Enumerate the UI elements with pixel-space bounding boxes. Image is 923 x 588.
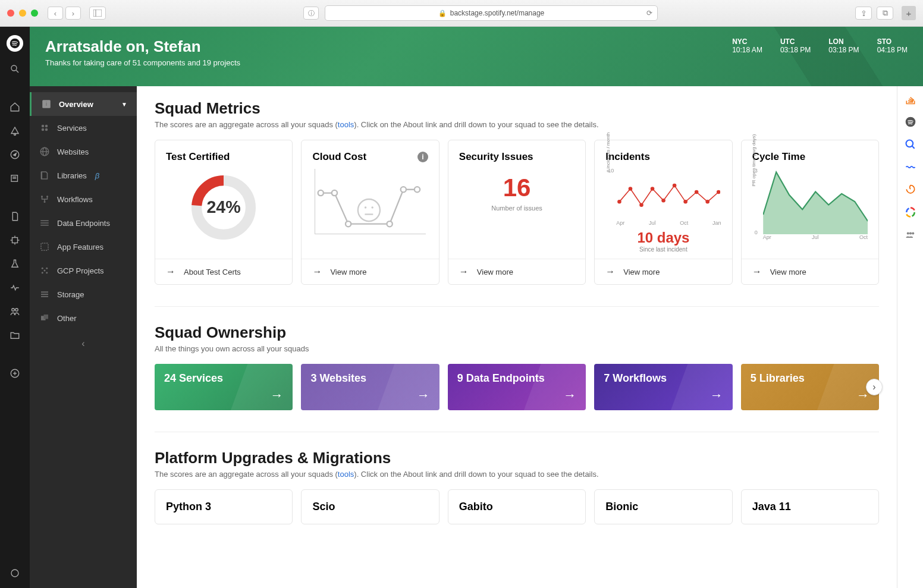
- nav-label: App Features: [57, 243, 103, 251]
- svg-text:i: i: [46, 101, 48, 107]
- sidenav-item-services[interactable]: Services: [30, 116, 137, 140]
- info-icon[interactable]: i: [417, 152, 428, 162]
- card-footer-link[interactable]: →View more: [742, 259, 878, 284]
- card-footer-link[interactable]: →About Test Certs: [155, 259, 292, 284]
- nav-icon: [39, 122, 50, 133]
- cost-chart: [315, 169, 425, 234]
- url-bar[interactable]: 🔒 backstage.spotify.net/manage ⟳: [325, 5, 658, 21]
- tools-link[interactable]: tools: [338, 120, 354, 129]
- section-title-migrations: Platform Upgrades & Migrations: [155, 449, 879, 467]
- ownership-card[interactable]: 5 Libraries→: [741, 364, 879, 410]
- heart-icon[interactable]: [8, 281, 21, 294]
- maximize-window-icon[interactable]: [31, 10, 38, 17]
- sidenav-item-gcp-projects[interactable]: GCP Projects: [30, 259, 137, 282]
- clock: NYC10:18 AM: [732, 37, 762, 76]
- arrow-right-icon: →: [270, 388, 283, 403]
- ownership-card[interactable]: 7 Workflows→: [594, 364, 732, 410]
- ownership-card[interactable]: 9 Data Endpoints→: [448, 364, 586, 410]
- sidenav-item-websites[interactable]: Websites: [30, 140, 137, 163]
- sidenav-item-app-features[interactable]: App Features: [30, 235, 137, 259]
- tabs-button[interactable]: ⧉: [877, 7, 893, 20]
- traffic-lights[interactable]: [7, 10, 38, 17]
- flask-icon[interactable]: [8, 257, 21, 271]
- ownership-card[interactable]: 24 Services→: [155, 364, 293, 410]
- section-title-metrics: Squad Metrics: [155, 99, 879, 118]
- svg-point-27: [45, 128, 48, 131]
- svg-point-65: [662, 199, 666, 203]
- folder-icon[interactable]: [8, 329, 21, 342]
- news-icon[interactable]: [8, 172, 21, 185]
- sidebar-toggle-icon[interactable]: [89, 7, 106, 20]
- ownership-card[interactable]: 3 Websites→: [301, 364, 439, 410]
- clock: STO04:18 PM: [877, 37, 908, 76]
- sidenav-item-storage[interactable]: Storage: [30, 282, 137, 306]
- reader-button[interactable]: ⓘ: [303, 7, 319, 20]
- grafana-icon[interactable]: [903, 183, 918, 197]
- document-icon[interactable]: [8, 210, 21, 223]
- card-footer-link[interactable]: →View more: [448, 259, 585, 284]
- new-tab-button[interactable]: +: [902, 6, 916, 20]
- sidenav-item-libraries[interactable]: Librariesβ: [30, 163, 137, 187]
- svg-point-57: [358, 199, 380, 221]
- svg-rect-10: [12, 238, 18, 243]
- svg-line-4: [16, 70, 18, 73]
- triangle-icon[interactable]: [8, 124, 21, 137]
- spotify-logo-icon[interactable]: [7, 35, 23, 52]
- migration-title: Gabito: [459, 501, 574, 513]
- svg-line-21: [13, 571, 17, 575]
- scroll-next-button[interactable]: ›: [866, 379, 883, 395]
- nav-icon: [39, 218, 50, 228]
- page-header: Arratsalde on, Stefan Thanks for taking …: [30, 27, 923, 86]
- migration-card[interactable]: Python 3: [155, 489, 293, 524]
- back-button[interactable]: ‹: [48, 7, 63, 20]
- sidenav-item-other[interactable]: Other: [30, 306, 137, 330]
- migration-card[interactable]: Scio: [301, 489, 439, 524]
- card-footer-link[interactable]: →View more: [302, 259, 438, 284]
- spotify-icon[interactable]: [903, 115, 918, 129]
- nav-label: Overview: [59, 100, 93, 109]
- donut-chart: 24%: [188, 172, 259, 243]
- migration-card[interactable]: Gabito: [448, 489, 586, 524]
- close-window-icon[interactable]: [7, 10, 14, 17]
- migration-title: Scio: [312, 501, 428, 513]
- search-icon[interactable]: [8, 62, 21, 76]
- svg-point-74: [906, 232, 909, 234]
- circle-icon[interactable]: [903, 205, 918, 219]
- people-icon[interactable]: [8, 305, 21, 318]
- wave-icon[interactable]: [903, 160, 918, 174]
- compass-icon[interactable]: [8, 148, 21, 161]
- sidenav-item-overview[interactable]: iOverview▼: [30, 92, 137, 116]
- migration-card[interactable]: Java 11: [741, 489, 879, 524]
- svg-point-59: [372, 206, 373, 208]
- share-button[interactable]: ⇪: [855, 7, 872, 20]
- search-tool-icon[interactable]: [903, 137, 918, 152]
- ownership-label: 7 Workflows: [604, 372, 723, 385]
- tools-link[interactable]: tools: [338, 470, 354, 479]
- stackoverflow-icon[interactable]: [903, 92, 918, 106]
- status-icon[interactable]: [8, 567, 21, 580]
- chip-icon[interactable]: [8, 234, 21, 247]
- migration-card[interactable]: Bionic: [594, 489, 732, 524]
- home-icon[interactable]: [8, 100, 21, 114]
- minimize-window-icon[interactable]: [19, 10, 26, 17]
- ownership-label: 3 Websites: [310, 372, 429, 385]
- svg-point-40: [42, 272, 43, 273]
- collapse-sidebar-button[interactable]: ‹: [30, 330, 137, 357]
- svg-point-67: [684, 200, 688, 204]
- svg-point-38: [42, 268, 43, 269]
- reload-icon[interactable]: ⟳: [646, 9, 652, 17]
- side-nav: iOverview▼ServicesWebsitesLibrariesβWork…: [30, 86, 137, 588]
- card-footer-link[interactable]: →View more: [595, 259, 732, 284]
- svg-point-61: [617, 200, 621, 204]
- nav-label: Libraries: [57, 171, 87, 180]
- svg-point-41: [46, 272, 48, 273]
- svg-point-58: [365, 206, 366, 208]
- add-icon[interactable]: [8, 367, 21, 380]
- section-desc-ownership: All the things you own across all your s…: [155, 344, 879, 353]
- svg-text:24%: 24%: [207, 197, 241, 216]
- sidenav-item-workflows[interactable]: Workflows: [30, 187, 137, 211]
- group-icon[interactable]: [903, 228, 918, 242]
- sidenav-item-data-endpoints[interactable]: Data Endpoints: [30, 211, 137, 235]
- lock-icon: 🔒: [438, 10, 447, 17]
- forward-button[interactable]: ›: [65, 7, 81, 20]
